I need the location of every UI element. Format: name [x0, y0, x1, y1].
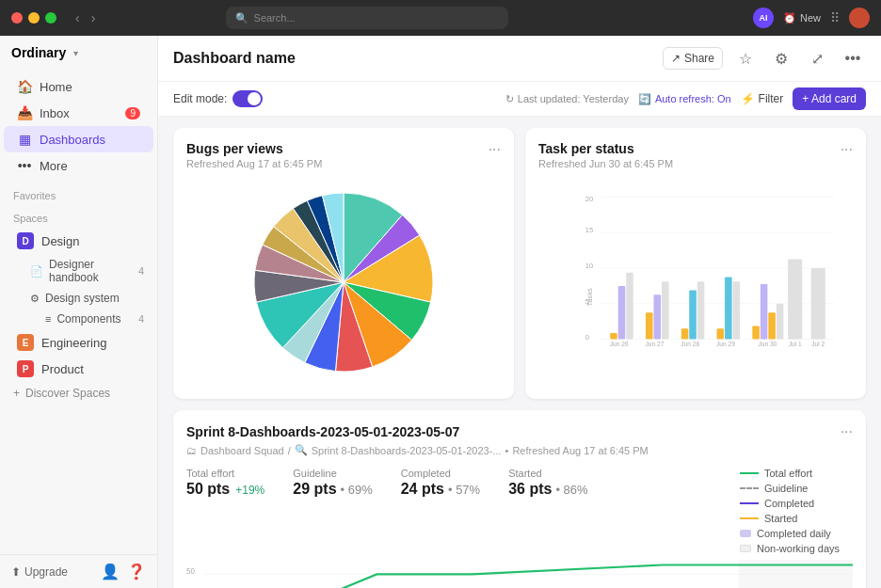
bar-chart-svg: 0 5 10 15 20 Tasks	[576, 188, 843, 348]
svg-rect-13	[626, 273, 633, 340]
breadcrumb-icon2: 🔍	[295, 444, 308, 456]
filter-button[interactable]: ⚡ Filter	[741, 92, 784, 105]
svg-rect-27	[788, 260, 802, 340]
title-bar: ‹ › 🔍 Search... AI ⏰ New ⠿	[0, 0, 881, 36]
legend-completed: Completed	[740, 498, 853, 509]
discover-spaces[interactable]: + Discover Spaces	[0, 382, 157, 405]
close-button[interactable]	[11, 12, 23, 24]
main-content: Dashboard name ↗ Share ☆ ⚙ ⤢ ••• Edit mo…	[158, 36, 881, 588]
svg-text:Jun 26: Jun 26	[610, 341, 629, 347]
space-product-label: Product	[41, 362, 84, 376]
upgrade-button[interactable]: ⬆ Upgrade	[11, 565, 68, 579]
bugs-card-header: Bugs per views Refreshed Aug 17 at 6:45 …	[186, 141, 501, 179]
svg-text:50: 50	[186, 566, 195, 576]
svg-rect-26	[777, 304, 784, 340]
add-card-button[interactable]: + Add card	[793, 87, 866, 110]
share-button[interactable]: ↗ Share	[663, 47, 723, 70]
svg-text:15: 15	[585, 226, 593, 234]
svg-text:Tasks: Tasks	[585, 288, 594, 307]
legend-rect-non-working	[740, 545, 751, 552]
svg-rect-15	[654, 294, 662, 339]
sub-label: Design system	[45, 292, 120, 305]
bugs-card-menu[interactable]: ···	[489, 141, 501, 158]
sidebar-footer: ⬆ Upgrade 👤 ❓	[0, 554, 157, 588]
refresh-icon: ↻	[505, 93, 514, 105]
header-actions: ↗ Share ☆ ⚙ ⤢ •••	[663, 45, 866, 72]
sprint-line-chart: 30 40 50	[186, 560, 853, 588]
cards-row-top: Bugs per views Refreshed Aug 17 at 6:45 …	[173, 128, 866, 399]
pie-chart	[186, 179, 501, 386]
legend-total-effort: Total effort	[740, 468, 853, 479]
grid-icon[interactable]: ⠿	[830, 10, 840, 25]
sidebar-item-label: Inbox	[40, 106, 70, 120]
legend-line-started	[740, 517, 759, 519]
space-engineering-label: Engineering	[41, 336, 106, 350]
space-product[interactable]: P Product	[4, 356, 153, 382]
window-buttons	[11, 12, 56, 24]
svg-text:Jul 2: Jul 2	[811, 341, 825, 347]
edit-mode-toggle[interactable]: Edit mode:	[173, 90, 263, 107]
sub-count: 4	[138, 313, 144, 325]
page-title: Dashboard name	[173, 50, 296, 67]
sprint-card-menu[interactable]: ···	[841, 423, 853, 440]
bar-chart: 0 5 10 15 20 Tasks	[538, 179, 853, 386]
legend-rect-completed-daily	[740, 530, 751, 537]
stat-started: Started 36 pts • 86%	[508, 468, 587, 543]
expand-button[interactable]: ⤢	[804, 45, 830, 72]
star-button[interactable]: ☆	[732, 45, 759, 72]
legend-guideline: Guideline	[740, 483, 853, 494]
search-placeholder: Search...	[254, 12, 296, 24]
more-options-button[interactable]: •••	[840, 45, 866, 72]
auto-refresh-button[interactable]: 🔄 Auto refresh: On	[638, 93, 731, 105]
toolbar: Edit mode: ↻ Last updated: Yesterday 🔄 A…	[158, 82, 881, 117]
list-icon: ≡	[45, 313, 51, 325]
sidebar-item-inbox[interactable]: 📥 Inbox 9	[4, 100, 153, 126]
stat-completed: Completed 24 pts • 57%	[401, 468, 480, 543]
sprint-chart-svg: 30 40 50	[186, 560, 853, 588]
ai-badge[interactable]: AI	[753, 8, 774, 28]
sidebar-item-label: Home	[40, 80, 72, 94]
svg-rect-24	[761, 284, 768, 340]
home-icon: 🏠	[17, 79, 32, 94]
svg-rect-14	[646, 312, 653, 339]
task-card-menu[interactable]: ···	[841, 141, 853, 158]
svg-rect-20	[717, 328, 725, 339]
svg-text:10: 10	[585, 262, 593, 270]
sprint-card: Sprint 8-Dashboards-2023-05-01-2023-05-0…	[173, 410, 866, 588]
inbox-badge: 9	[125, 107, 140, 119]
search-bar[interactable]: 🔍 Search...	[226, 7, 508, 29]
new-button[interactable]: ⏰ New	[783, 12, 821, 24]
sidebar: Ordinary ▾ 🏠 Home 📥 Inbox 9 ▦ Dashboards…	[0, 36, 158, 588]
chevron-down-icon: ▾	[73, 48, 78, 58]
svg-rect-16	[662, 281, 669, 339]
svg-text:Jun 28: Jun 28	[681, 341, 699, 347]
sub-components[interactable]: ≡ Components 4	[0, 309, 157, 329]
help-icon[interactable]: ❓	[127, 563, 146, 580]
search-icon: 🔍	[235, 12, 248, 24]
favorites-label: Favorites	[0, 183, 157, 205]
sub-designer-handbook[interactable]: 📄 Designer handbook 4	[0, 254, 157, 288]
workspace-header[interactable]: Ordinary ▾	[0, 36, 157, 70]
task-card-header: Task per status Refreshed Jun 30 at 6:45…	[538, 141, 853, 179]
more-icon: •••	[17, 158, 32, 173]
legend-started: Started	[740, 513, 853, 524]
settings-button[interactable]: ⚙	[768, 45, 794, 72]
sub-label: Designer handbook	[49, 258, 133, 284]
toggle-switch[interactable]	[232, 90, 263, 107]
sub-design-system[interactable]: ⚙ Design system	[0, 288, 157, 309]
space-engineering[interactable]: E Engineering	[4, 329, 153, 356]
back-arrow[interactable]: ‹	[72, 10, 84, 25]
breadcrumb-dot: •	[505, 445, 509, 456]
sidebar-item-home[interactable]: 🏠 Home	[4, 73, 153, 100]
sidebar-item-more[interactable]: ••• More	[4, 152, 153, 179]
user-icon[interactable]: 👤	[101, 563, 120, 580]
sidebar-item-dashboards[interactable]: ▦ Dashboards	[4, 126, 153, 152]
maximize-button[interactable]	[45, 12, 56, 24]
svg-rect-11	[610, 333, 617, 340]
minimize-button[interactable]	[28, 12, 40, 24]
bugs-card: Bugs per views Refreshed Aug 17 at 6:45 …	[173, 128, 514, 399]
forward-arrow[interactable]: ›	[88, 10, 100, 25]
inbox-icon: 📥	[17, 105, 32, 120]
space-design[interactable]: D Design	[4, 228, 153, 254]
user-avatar[interactable]	[849, 8, 870, 28]
